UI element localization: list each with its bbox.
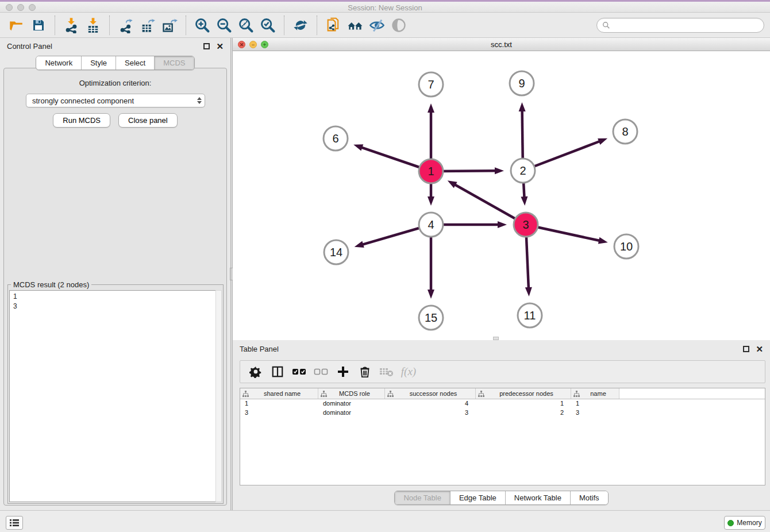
result-scrollbar[interactable] xyxy=(215,290,222,502)
tab-network[interactable]: Network xyxy=(36,56,82,70)
table-panel-close-icon[interactable]: ✕ xyxy=(756,346,763,352)
tab-node-table[interactable]: Node Table xyxy=(395,491,451,504)
table-cell[interactable]: 3 xyxy=(385,408,476,418)
import-network-icon[interactable] xyxy=(63,17,80,34)
graph-node-label: 6 xyxy=(332,132,338,145)
table-cell[interactable]: 2 xyxy=(476,408,571,418)
mcds-result-title: MCDS result (2 nodes) xyxy=(11,280,91,289)
edge-arrowhead xyxy=(519,102,526,111)
toolbar-separator xyxy=(284,16,284,35)
create-column-icon[interactable] xyxy=(334,363,352,380)
graph-node-label: 3 xyxy=(522,218,529,231)
edge-arrowhead xyxy=(428,196,434,206)
delete-table-icon[interactable] xyxy=(378,363,396,380)
open-file-icon[interactable] xyxy=(8,17,25,34)
edge-arrowhead xyxy=(353,144,363,151)
column-header-shared-name[interactable]: shared name xyxy=(240,388,318,399)
task-history-button[interactable] xyxy=(6,516,23,530)
mcds-tab-content: Optimization criterion: strongly connect… xyxy=(3,68,227,506)
window-titlebar: Session: New Session xyxy=(0,0,770,13)
delete-column-icon[interactable] xyxy=(356,363,374,380)
edge-arrowhead xyxy=(428,103,434,113)
save-session-icon[interactable] xyxy=(30,17,47,34)
table-cell[interactable]: dominator xyxy=(318,408,385,418)
zoom-in-icon[interactable] xyxy=(194,17,211,34)
tab-style[interactable]: Style xyxy=(82,56,116,70)
table-cell[interactable]: 1 xyxy=(476,399,571,408)
hide-selected-icon[interactable] xyxy=(368,17,386,34)
search-box[interactable] xyxy=(596,18,764,33)
tab-select[interactable]: Select xyxy=(116,56,155,70)
graph-node-label: 10 xyxy=(620,240,633,253)
column-header-successor-nodes[interactable]: successor nodes xyxy=(385,388,476,399)
network-window-titlebar[interactable]: scc.txt ✕ − + xyxy=(233,38,770,51)
show-column-panel-icon[interactable] xyxy=(268,363,287,380)
edge-arrowhead xyxy=(598,237,608,244)
search-input[interactable] xyxy=(613,21,759,29)
tab-motifs[interactable]: Motifs xyxy=(571,491,608,504)
show-all-icon[interactable] xyxy=(390,17,407,34)
control-panel-title: Control Panel xyxy=(7,42,52,51)
clone-network-icon[interactable] xyxy=(325,17,342,34)
run-mcds-button[interactable]: Run MCDS xyxy=(53,113,110,128)
table-panel-float-icon[interactable] xyxy=(743,346,749,352)
export-network-icon[interactable] xyxy=(117,17,134,34)
table-row[interactable]: 3dominator323 xyxy=(240,408,765,418)
graph-node-label: 8 xyxy=(622,125,628,138)
optimization-criterion-dropdown[interactable]: strongly connected component xyxy=(26,94,205,107)
toolbar-separator xyxy=(109,16,110,35)
select-all-columns-icon[interactable] xyxy=(290,363,309,380)
network-canvas[interactable]: 7968124314101511 xyxy=(233,51,770,340)
apply-layout-icon[interactable] xyxy=(292,17,309,34)
tab-edge-table[interactable]: Edge Table xyxy=(451,491,506,504)
table-cell[interactable]: 1 xyxy=(240,399,318,408)
network-minimize-icon[interactable]: − xyxy=(249,41,257,48)
toolbar-separator xyxy=(317,16,317,35)
graph-node-label: 1 xyxy=(428,165,434,178)
mcds-result-textarea[interactable]: 13 xyxy=(9,290,222,502)
table-panel-title: Table Panel xyxy=(240,345,279,353)
first-neighbors-icon[interactable] xyxy=(346,17,364,34)
table-cell[interactable]: 3 xyxy=(240,408,318,418)
control-panel-float-icon[interactable] xyxy=(203,43,210,49)
column-tree-icon xyxy=(573,391,580,397)
import-table-icon[interactable] xyxy=(84,17,102,34)
table-panel: Table Panel ✕ f(x) shared nameMCDS roles… xyxy=(233,340,770,510)
tab-network-table[interactable]: Network Table xyxy=(506,491,571,504)
export-table-icon[interactable] xyxy=(139,17,156,34)
network-zoom-icon[interactable]: + xyxy=(261,41,268,48)
column-tree-icon xyxy=(478,391,484,397)
graph-node-label: 9 xyxy=(518,77,525,90)
network-graph[interactable]: 7968124314101511 xyxy=(233,51,770,340)
export-image-icon[interactable] xyxy=(161,17,178,34)
edge-arrowhead xyxy=(525,287,532,296)
mcds-result-group: MCDS result (2 nodes) 13 xyxy=(7,284,224,504)
network-close-icon[interactable]: ✕ xyxy=(238,41,245,48)
column-header-MCDS-role[interactable]: MCDS role xyxy=(318,388,385,399)
graph-node-label: 14 xyxy=(330,246,342,259)
zoom-selected-icon[interactable] xyxy=(259,17,276,34)
function-builder-icon[interactable]: f(x) xyxy=(399,363,418,380)
table-cell[interactable]: 3 xyxy=(571,408,619,418)
window-title: Session: New Session xyxy=(0,3,770,12)
zoom-out-icon[interactable] xyxy=(215,17,233,34)
table-cell[interactable]: 1 xyxy=(571,399,619,408)
zoom-fit-icon[interactable] xyxy=(237,17,255,34)
control-panel-close-icon[interactable]: ✕ xyxy=(216,43,224,49)
unselect-all-columns-icon[interactable] xyxy=(312,363,330,380)
table-cell[interactable]: dominator xyxy=(318,399,385,408)
dropdown-stepper-icon xyxy=(194,94,205,107)
column-header-predecessor-nodes[interactable]: predecessor nodes xyxy=(476,388,571,399)
tab-mcds[interactable]: MCDS xyxy=(155,56,194,70)
table-settings-gear-icon[interactable] xyxy=(247,363,265,380)
table-toolbar: f(x) xyxy=(240,360,765,383)
table-row[interactable]: 1dominator411 xyxy=(240,399,765,408)
result-line: 3 xyxy=(13,302,218,311)
toolbar-separator xyxy=(186,16,186,35)
close-panel-button[interactable]: Close panel xyxy=(118,113,178,128)
node-table[interactable]: shared nameMCDS rolesuccessor nodesprede… xyxy=(240,388,765,485)
memory-button[interactable]: Memory xyxy=(724,516,765,530)
table-cell[interactable]: 4 xyxy=(385,399,476,408)
edge-arrowhead xyxy=(498,221,507,228)
column-header-name[interactable]: name xyxy=(571,388,619,399)
